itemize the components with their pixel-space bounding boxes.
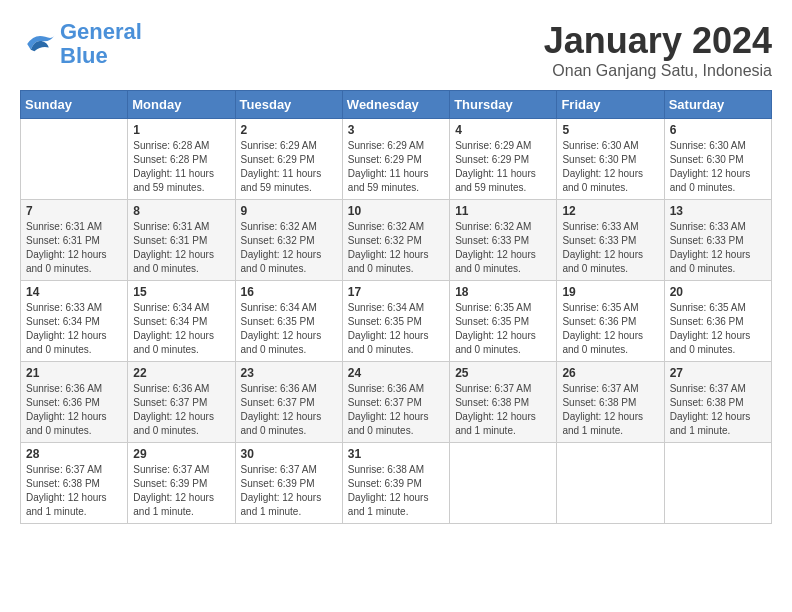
day-info: Sunrise: 6:38 AM Sunset: 6:39 PM Dayligh… bbox=[348, 463, 444, 519]
day-info: Sunrise: 6:37 AM Sunset: 6:38 PM Dayligh… bbox=[26, 463, 122, 519]
day-info: Sunrise: 6:32 AM Sunset: 6:32 PM Dayligh… bbox=[348, 220, 444, 276]
day-info: Sunrise: 6:31 AM Sunset: 6:31 PM Dayligh… bbox=[133, 220, 229, 276]
day-cell: 12Sunrise: 6:33 AM Sunset: 6:33 PM Dayli… bbox=[557, 200, 664, 281]
day-info: Sunrise: 6:36 AM Sunset: 6:37 PM Dayligh… bbox=[348, 382, 444, 438]
day-info: Sunrise: 6:29 AM Sunset: 6:29 PM Dayligh… bbox=[455, 139, 551, 195]
day-info: Sunrise: 6:37 AM Sunset: 6:38 PM Dayligh… bbox=[455, 382, 551, 438]
day-number: 2 bbox=[241, 123, 337, 137]
day-cell bbox=[450, 443, 557, 524]
page-header: GeneralBlue January 2024 Onan Ganjang Sa… bbox=[20, 20, 772, 80]
day-cell: 16Sunrise: 6:34 AM Sunset: 6:35 PM Dayli… bbox=[235, 281, 342, 362]
day-info: Sunrise: 6:34 AM Sunset: 6:35 PM Dayligh… bbox=[348, 301, 444, 357]
day-number: 27 bbox=[670, 366, 766, 380]
day-cell: 14Sunrise: 6:33 AM Sunset: 6:34 PM Dayli… bbox=[21, 281, 128, 362]
col-header-wednesday: Wednesday bbox=[342, 91, 449, 119]
day-info: Sunrise: 6:33 AM Sunset: 6:33 PM Dayligh… bbox=[562, 220, 658, 276]
logo-icon bbox=[20, 29, 56, 59]
day-info: Sunrise: 6:37 AM Sunset: 6:39 PM Dayligh… bbox=[133, 463, 229, 519]
day-info: Sunrise: 6:35 AM Sunset: 6:36 PM Dayligh… bbox=[562, 301, 658, 357]
day-info: Sunrise: 6:33 AM Sunset: 6:34 PM Dayligh… bbox=[26, 301, 122, 357]
calendar-table: SundayMondayTuesdayWednesdayThursdayFrid… bbox=[20, 90, 772, 524]
day-cell: 21Sunrise: 6:36 AM Sunset: 6:36 PM Dayli… bbox=[21, 362, 128, 443]
day-cell bbox=[21, 119, 128, 200]
day-number: 4 bbox=[455, 123, 551, 137]
col-header-saturday: Saturday bbox=[664, 91, 771, 119]
calendar-body: 1Sunrise: 6:28 AM Sunset: 6:28 PM Daylig… bbox=[21, 119, 772, 524]
day-number: 14 bbox=[26, 285, 122, 299]
day-cell bbox=[664, 443, 771, 524]
day-number: 12 bbox=[562, 204, 658, 218]
day-info: Sunrise: 6:37 AM Sunset: 6:38 PM Dayligh… bbox=[670, 382, 766, 438]
day-number: 23 bbox=[241, 366, 337, 380]
day-cell: 23Sunrise: 6:36 AM Sunset: 6:37 PM Dayli… bbox=[235, 362, 342, 443]
day-number: 25 bbox=[455, 366, 551, 380]
day-info: Sunrise: 6:36 AM Sunset: 6:36 PM Dayligh… bbox=[26, 382, 122, 438]
day-cell: 22Sunrise: 6:36 AM Sunset: 6:37 PM Dayli… bbox=[128, 362, 235, 443]
calendar-header: SundayMondayTuesdayWednesdayThursdayFrid… bbox=[21, 91, 772, 119]
day-number: 13 bbox=[670, 204, 766, 218]
logo-text: GeneralBlue bbox=[60, 20, 142, 68]
day-cell: 6Sunrise: 6:30 AM Sunset: 6:30 PM Daylig… bbox=[664, 119, 771, 200]
day-number: 8 bbox=[133, 204, 229, 218]
day-number: 24 bbox=[348, 366, 444, 380]
day-number: 1 bbox=[133, 123, 229, 137]
month-title: January 2024 bbox=[544, 20, 772, 62]
day-cell: 19Sunrise: 6:35 AM Sunset: 6:36 PM Dayli… bbox=[557, 281, 664, 362]
day-cell: 2Sunrise: 6:29 AM Sunset: 6:29 PM Daylig… bbox=[235, 119, 342, 200]
day-cell: 28Sunrise: 6:37 AM Sunset: 6:38 PM Dayli… bbox=[21, 443, 128, 524]
day-info: Sunrise: 6:36 AM Sunset: 6:37 PM Dayligh… bbox=[133, 382, 229, 438]
day-cell: 13Sunrise: 6:33 AM Sunset: 6:33 PM Dayli… bbox=[664, 200, 771, 281]
day-info: Sunrise: 6:28 AM Sunset: 6:28 PM Dayligh… bbox=[133, 139, 229, 195]
day-number: 22 bbox=[133, 366, 229, 380]
col-header-sunday: Sunday bbox=[21, 91, 128, 119]
day-number: 3 bbox=[348, 123, 444, 137]
col-header-tuesday: Tuesday bbox=[235, 91, 342, 119]
week-row-2: 7Sunrise: 6:31 AM Sunset: 6:31 PM Daylig… bbox=[21, 200, 772, 281]
day-number: 6 bbox=[670, 123, 766, 137]
day-info: Sunrise: 6:32 AM Sunset: 6:32 PM Dayligh… bbox=[241, 220, 337, 276]
day-cell: 31Sunrise: 6:38 AM Sunset: 6:39 PM Dayli… bbox=[342, 443, 449, 524]
day-info: Sunrise: 6:35 AM Sunset: 6:36 PM Dayligh… bbox=[670, 301, 766, 357]
day-number: 30 bbox=[241, 447, 337, 461]
day-number: 21 bbox=[26, 366, 122, 380]
day-number: 26 bbox=[562, 366, 658, 380]
day-info: Sunrise: 6:37 AM Sunset: 6:38 PM Dayligh… bbox=[562, 382, 658, 438]
day-cell: 17Sunrise: 6:34 AM Sunset: 6:35 PM Dayli… bbox=[342, 281, 449, 362]
day-number: 5 bbox=[562, 123, 658, 137]
day-number: 15 bbox=[133, 285, 229, 299]
day-cell: 27Sunrise: 6:37 AM Sunset: 6:38 PM Dayli… bbox=[664, 362, 771, 443]
day-cell: 24Sunrise: 6:36 AM Sunset: 6:37 PM Dayli… bbox=[342, 362, 449, 443]
day-cell: 3Sunrise: 6:29 AM Sunset: 6:29 PM Daylig… bbox=[342, 119, 449, 200]
week-row-3: 14Sunrise: 6:33 AM Sunset: 6:34 PM Dayli… bbox=[21, 281, 772, 362]
day-number: 29 bbox=[133, 447, 229, 461]
day-info: Sunrise: 6:32 AM Sunset: 6:33 PM Dayligh… bbox=[455, 220, 551, 276]
day-number: 28 bbox=[26, 447, 122, 461]
day-cell: 7Sunrise: 6:31 AM Sunset: 6:31 PM Daylig… bbox=[21, 200, 128, 281]
title-block: January 2024 Onan Ganjang Satu, Indonesi… bbox=[544, 20, 772, 80]
day-info: Sunrise: 6:31 AM Sunset: 6:31 PM Dayligh… bbox=[26, 220, 122, 276]
day-cell: 30Sunrise: 6:37 AM Sunset: 6:39 PM Dayli… bbox=[235, 443, 342, 524]
col-header-monday: Monday bbox=[128, 91, 235, 119]
day-cell: 11Sunrise: 6:32 AM Sunset: 6:33 PM Dayli… bbox=[450, 200, 557, 281]
day-number: 9 bbox=[241, 204, 337, 218]
day-cell: 1Sunrise: 6:28 AM Sunset: 6:28 PM Daylig… bbox=[128, 119, 235, 200]
day-cell: 10Sunrise: 6:32 AM Sunset: 6:32 PM Dayli… bbox=[342, 200, 449, 281]
day-number: 16 bbox=[241, 285, 337, 299]
week-row-4: 21Sunrise: 6:36 AM Sunset: 6:36 PM Dayli… bbox=[21, 362, 772, 443]
day-number: 11 bbox=[455, 204, 551, 218]
day-info: Sunrise: 6:36 AM Sunset: 6:37 PM Dayligh… bbox=[241, 382, 337, 438]
day-number: 7 bbox=[26, 204, 122, 218]
day-number: 19 bbox=[562, 285, 658, 299]
day-cell: 18Sunrise: 6:35 AM Sunset: 6:35 PM Dayli… bbox=[450, 281, 557, 362]
day-info: Sunrise: 6:37 AM Sunset: 6:39 PM Dayligh… bbox=[241, 463, 337, 519]
day-cell: 29Sunrise: 6:37 AM Sunset: 6:39 PM Dayli… bbox=[128, 443, 235, 524]
day-info: Sunrise: 6:35 AM Sunset: 6:35 PM Dayligh… bbox=[455, 301, 551, 357]
day-cell: 5Sunrise: 6:30 AM Sunset: 6:30 PM Daylig… bbox=[557, 119, 664, 200]
day-info: Sunrise: 6:29 AM Sunset: 6:29 PM Dayligh… bbox=[348, 139, 444, 195]
day-cell: 15Sunrise: 6:34 AM Sunset: 6:34 PM Dayli… bbox=[128, 281, 235, 362]
day-cell: 4Sunrise: 6:29 AM Sunset: 6:29 PM Daylig… bbox=[450, 119, 557, 200]
week-row-1: 1Sunrise: 6:28 AM Sunset: 6:28 PM Daylig… bbox=[21, 119, 772, 200]
col-header-friday: Friday bbox=[557, 91, 664, 119]
day-number: 17 bbox=[348, 285, 444, 299]
day-number: 20 bbox=[670, 285, 766, 299]
